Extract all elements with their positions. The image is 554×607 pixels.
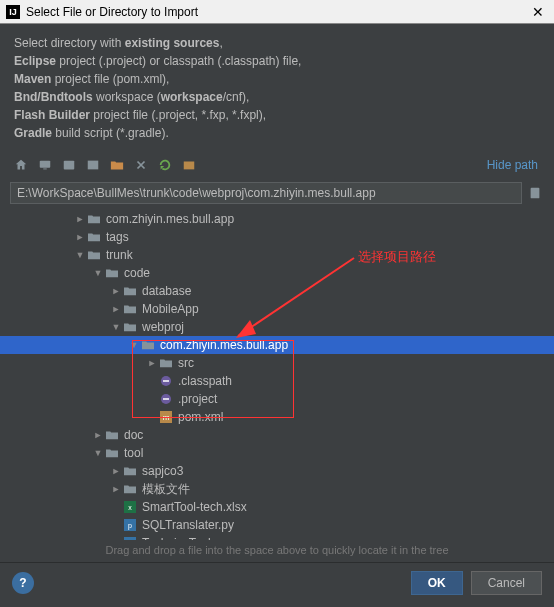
svg-text:p: p <box>128 522 132 530</box>
desktop-icon[interactable] <box>34 154 56 176</box>
folder-icon <box>104 428 120 442</box>
tree-row[interactable]: doc <box>0 426 554 444</box>
expand-arrow-icon[interactable] <box>110 484 122 494</box>
tree-node-label: SmartTool-tech.xlsx <box>142 500 247 514</box>
refresh-icon[interactable] <box>154 154 176 176</box>
tree-node-label: SQLTranslater.py <box>142 518 234 532</box>
folder-icon <box>86 212 102 226</box>
delete-icon[interactable] <box>130 154 152 176</box>
expand-arrow-icon[interactable] <box>74 214 86 224</box>
expand-arrow-icon[interactable] <box>74 232 86 242</box>
expand-arrow-icon[interactable] <box>92 448 104 458</box>
expand-arrow-icon[interactable] <box>92 268 104 278</box>
tree-node-label: sapjco3 <box>142 464 183 478</box>
module-icon[interactable] <box>82 154 104 176</box>
python-icon: p <box>122 518 138 532</box>
xlsx-icon: x <box>122 500 138 514</box>
annotation-box <box>132 340 294 418</box>
tree-node-label: tags <box>106 230 129 244</box>
expand-arrow-icon[interactable] <box>110 466 122 476</box>
folder-icon <box>122 482 138 496</box>
folder-icon <box>104 266 120 280</box>
new-folder-icon[interactable] <box>106 154 128 176</box>
tree-row[interactable]: trunk <box>0 246 554 264</box>
tree-row[interactable]: sapjco3 <box>0 462 554 480</box>
folder-icon <box>122 320 138 334</box>
project-icon[interactable] <box>58 154 80 176</box>
titlebar: IJ Select File or Directory to Import ✕ <box>0 0 554 24</box>
tree-row[interactable]: tags <box>0 228 554 246</box>
svg-rect-5 <box>531 188 540 199</box>
cancel-button[interactable]: Cancel <box>471 571 542 595</box>
tree-node-label: tool <box>124 446 143 460</box>
tree-row[interactable]: database <box>0 282 554 300</box>
tree-node-label: doc <box>124 428 143 442</box>
home-icon[interactable] <box>10 154 32 176</box>
svg-text:x: x <box>128 504 132 511</box>
history-icon[interactable] <box>526 184 544 202</box>
tree-row[interactable]: webproj <box>0 318 554 336</box>
tree-row[interactable]: 模板文件 <box>0 480 554 498</box>
svg-rect-1 <box>43 169 47 170</box>
tree-node-label: 模板文件 <box>142 481 190 498</box>
tree-row[interactable]: tool <box>0 444 554 462</box>
tree-row[interactable]: code <box>0 264 554 282</box>
expand-arrow-icon[interactable] <box>110 322 122 332</box>
ok-button[interactable]: OK <box>411 571 463 595</box>
close-icon[interactable]: ✕ <box>528 4 548 20</box>
svg-rect-2 <box>64 161 75 170</box>
tree-node-label: code <box>124 266 150 280</box>
tree-node-label: database <box>142 284 191 298</box>
tree-row[interactable]: MobileApp <box>0 300 554 318</box>
folder-icon <box>122 464 138 478</box>
instructions: Select directory with existing sources, … <box>0 24 554 150</box>
toolbar: Hide path <box>0 150 554 180</box>
app-icon: IJ <box>6 5 20 19</box>
svg-rect-0 <box>40 161 51 168</box>
expand-arrow-icon[interactable] <box>110 286 122 296</box>
expand-arrow-icon[interactable] <box>92 430 104 440</box>
tree-row[interactable]: pSQLTranslater.py <box>0 516 554 534</box>
expand-arrow-icon[interactable] <box>110 304 122 314</box>
folder-icon <box>104 446 120 460</box>
tree-row[interactable]: pTechnicsTools.py <box>0 534 554 540</box>
svg-rect-3 <box>88 161 99 170</box>
tree-node-label: webproj <box>142 320 184 334</box>
folder-icon <box>86 248 102 262</box>
hint-text: Drag and drop a file into the space abov… <box>0 540 554 562</box>
folder-icon <box>122 284 138 298</box>
annotation-text: 选择项目路径 <box>358 248 436 266</box>
folder-icon <box>122 302 138 316</box>
window-title: Select File or Directory to Import <box>26 5 528 19</box>
svg-rect-4 <box>184 162 195 170</box>
tree-node-label: com.zhiyin.mes.bull.app <box>106 212 234 226</box>
path-row <box>0 180 554 208</box>
footer: ? OK Cancel <box>0 562 554 607</box>
folder-icon <box>86 230 102 244</box>
help-icon[interactable]: ? <box>12 572 34 594</box>
path-input[interactable] <box>10 182 522 204</box>
file-tree[interactable]: 选择项目路径 com.zhiyin.mes.bull.apptagstrunkc… <box>0 208 554 540</box>
python-icon: p <box>122 536 138 540</box>
tree-node-label: MobileApp <box>142 302 199 316</box>
tree-node-label: TechnicsTools.py <box>142 536 233 540</box>
hide-path-link[interactable]: Hide path <box>487 158 544 172</box>
expand-arrow-icon[interactable] <box>74 250 86 260</box>
tree-row[interactable]: com.zhiyin.mes.bull.app <box>0 210 554 228</box>
tree-row[interactable]: xSmartTool-tech.xlsx <box>0 498 554 516</box>
tree-node-label: trunk <box>106 248 133 262</box>
show-hidden-icon[interactable] <box>178 154 200 176</box>
